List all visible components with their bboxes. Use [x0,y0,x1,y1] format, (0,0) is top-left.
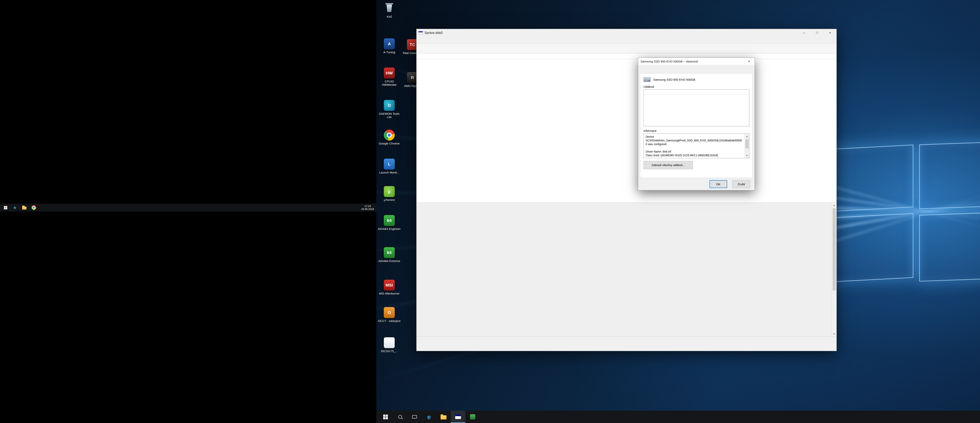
taskbar-button-search[interactable] [393,411,407,423]
menu-bar [417,37,837,44]
legend [417,336,837,351]
start-icon [383,415,388,419]
events-group-label: Události [643,85,749,88]
app-icon [470,414,475,420]
desktop-icon-label: OCCT - zástupce [378,319,401,323]
desktop-icon-label: DAEMON Tools Lite [378,112,401,119]
taskbar-button-file-explorer[interactable] [436,411,451,423]
utorrent-icon: µ [384,186,395,197]
desktop-icon-hwmonitor[interactable]: HWCPUID HWMonitor [378,68,401,86]
close-icon[interactable]: × [744,58,755,65]
maximize-button[interactable]: □ [811,29,824,37]
desktop-icon-label: Koš [387,15,392,18]
desktop-icon-a-tuning[interactable]: AA-Tuning [378,38,401,54]
information-scrollbar[interactable]: ▲ ▼ [745,134,749,158]
msi-icon: MSI [384,280,395,291]
left-taskbar: e 17:24 23.05.2018 [0,204,376,211]
toolbar [417,44,837,54]
desktop-icon-daemon-tools[interactable]: DDAEMON Tools Lite [378,100,401,119]
events-list-header [644,90,749,95]
taskbar-button-chrome[interactable] [29,204,38,211]
taskbar: e CES 17:24 23.05.2018 [376,411,980,423]
taskbar-button-task-view[interactable] [407,411,422,423]
a-tuning-icon: A [384,38,395,49]
file-explorer-icon [441,415,447,420]
daemon-tools-icon: D [384,100,395,111]
vertical-scrollbar[interactable]: ▲ ▼ [831,203,837,336]
taskbar-button-file-explorer[interactable] [20,204,29,211]
scroll-up-icon[interactable]: ▲ [832,203,837,208]
desktop-icon-label: µTorrent [384,198,395,201]
information-text: Device SCSI\Disk&Ven_Samsung&Prod_SSD_85… [644,134,745,158]
file-explorer-icon [22,207,27,209]
aida64-icon: 64 [384,247,395,258]
edge-icon: e [14,206,16,210]
taskbar-button-app-green[interactable] [465,411,480,423]
desktop-icon-file[interactable]: 33216175_... [378,337,401,353]
title-bar[interactable]: Správa disků – □ × [417,29,837,37]
view-all-events-button[interactable]: Zobrazit všechny události... [643,161,693,169]
search-icon [398,415,402,419]
minimize-button[interactable]: – [798,29,811,37]
scroll-up-icon[interactable]: ▲ [745,134,749,139]
clock-time: 17:24 [361,204,374,208]
clock-date: 23.05.2018 [361,208,374,211]
file-icon [384,337,395,348]
edge-icon: e [427,414,431,420]
recycle-bin-icon [384,3,395,14]
dialog-title-bar[interactable]: Samsung SSD 850 EVO 500GB – vlastnosti × [638,58,755,65]
window-controls: – □ × [798,29,837,37]
disk-management-icon [418,31,423,35]
taskbar-button-edge[interactable]: e [10,204,20,211]
taskbar-button-start[interactable] [1,204,10,211]
disk-management-icon [455,415,461,419]
disk-management-window: Správa disků – □ × ▲ ▼ [416,29,837,351]
graphical-view: ▲ ▼ [417,203,837,336]
desktop-icon-utorrent[interactable]: µµTorrent [378,186,401,201]
properties-dialog: Samsung SSD 850 EVO 500GB – vlastnosti ×… [638,57,755,190]
desktop-icon-label: Launch Monit... [379,171,399,174]
desktop-icon-launch[interactable]: LLaunch Monit... [378,158,401,174]
ok-button[interactable]: OK [710,180,727,188]
events-list [643,89,749,126]
scroll-down-icon[interactable]: ▼ [745,153,749,158]
volume-list-header [417,54,837,59]
desktop-icon-chrome[interactable]: Google Chrome [378,130,401,145]
scroll-down-icon[interactable]: ▼ [832,331,837,336]
desktop-icon-recycle-bin[interactable]: Koš [378,3,401,18]
taskbar-button-edge[interactable]: e [422,411,436,423]
task-view-icon [412,415,417,418]
taskbar-buttons: e [378,411,480,423]
left-taskbar-buttons: e [1,204,38,211]
desktop-icon-msi[interactable]: MSIMSI Afterburner [378,280,401,295]
start-icon [4,206,7,209]
left-taskbar-clock[interactable]: 17:24 23.05.2018 [361,204,376,211]
window-title: Správa disků [425,31,443,35]
desktop-icon-occt[interactable]: OOCCT - zástupce [378,307,401,323]
desktop-icon-label: CPUID HWMonitor [378,80,401,86]
dialog-title: Samsung SSD 850 EVO 500GB – vlastnosti [641,60,698,63]
desktop-icon-label: 33216175_... [381,349,398,353]
desktop-icon-label: Google Chrome [379,142,399,145]
information-box: Device SCSI\Disk&Ven_Samsung&Prod_SSD_85… [643,133,749,158]
hwmonitor-icon: HW [384,68,395,79]
desktop-icon-label: AIDA64 Engineer [378,227,401,230]
right-monitor: KošAA-TuningTCTotal Comma...HWCPUID HWMo… [376,0,980,423]
device-row: Samsung SSD 850 EVO 500GB [643,77,749,82]
scrollbar-thumb[interactable] [745,139,749,148]
taskbar-button-start[interactable] [378,411,393,423]
events-tab-page: Samsung SSD 850 EVO 500GB Události Infor… [640,73,752,178]
information-label: Informace [643,129,749,132]
launch-icon: L [384,158,395,170]
desktop-icon-aida64[interactable]: 64AIDA64 Extreme [378,247,401,263]
windows-logo [827,143,980,284]
scrollbar-thumb[interactable] [833,208,836,290]
desktop-icon-label: A-Tuning [383,51,395,54]
cancel-button[interactable]: Zrušit [732,180,750,188]
occt-icon: O [384,307,395,318]
close-button[interactable]: × [824,29,837,37]
chrome-icon [31,205,36,210]
desktop-icon-label: AIDA64 Extreme [378,259,400,263]
desktop-icon-aida64[interactable]: 64AIDA64 Engineer [378,215,401,230]
taskbar-button-disk-management[interactable] [451,411,465,423]
